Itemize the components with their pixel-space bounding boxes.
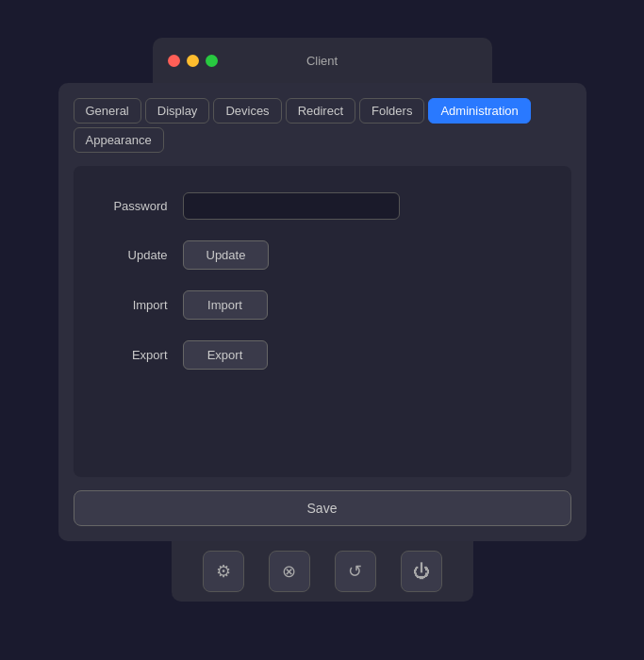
traffic-lights [168, 55, 218, 67]
tab-devices[interactable]: Devices [213, 98, 281, 124]
tab-general[interactable]: General [74, 98, 141, 124]
password-input[interactable] [183, 192, 400, 220]
power-icon[interactable]: ⏻ [401, 551, 442, 592]
window-title: Client [306, 54, 338, 68]
app-window: Client General Display Devices Redirect … [58, 38, 586, 622]
title-bar: Client [153, 38, 492, 83]
tab-appearance[interactable]: Appearance [74, 127, 164, 153]
save-row: Save [74, 490, 571, 526]
save-button[interactable]: Save [74, 490, 571, 526]
bottom-bar: ⚙ ⊗ ↺ ⏻ [172, 541, 473, 602]
minimize-traffic-light[interactable] [187, 55, 199, 67]
tab-bar: General Display Devices Redirect Folders… [74, 98, 571, 153]
export-button[interactable]: Export [183, 340, 268, 370]
close-icon[interactable]: ⊗ [269, 551, 310, 592]
tab-administration[interactable]: Administration [428, 98, 530, 124]
tab-redirect[interactable]: Redirect [286, 98, 355, 124]
update-label: Update [92, 248, 168, 262]
update-row: Update Update [92, 240, 553, 270]
main-panel: General Display Devices Redirect Folders… [58, 83, 586, 541]
gear-icon[interactable]: ⚙ [203, 551, 244, 592]
password-label: Password [92, 199, 168, 213]
tab-display[interactable]: Display [145, 98, 210, 124]
import-label: Import [92, 298, 168, 312]
close-traffic-light[interactable] [168, 55, 180, 67]
export-label: Export [92, 348, 168, 362]
refresh-icon[interactable]: ↺ [335, 551, 376, 592]
import-button[interactable]: Import [183, 290, 268, 320]
export-row: Export Export [92, 340, 553, 370]
update-button[interactable]: Update [183, 240, 270, 270]
content-area: Password Update Update Import Import Exp… [74, 166, 571, 477]
password-row: Password [92, 192, 553, 220]
import-row: Import Import [92, 290, 553, 320]
tab-folders[interactable]: Folders [359, 98, 424, 124]
fullscreen-traffic-light[interactable] [206, 55, 218, 67]
